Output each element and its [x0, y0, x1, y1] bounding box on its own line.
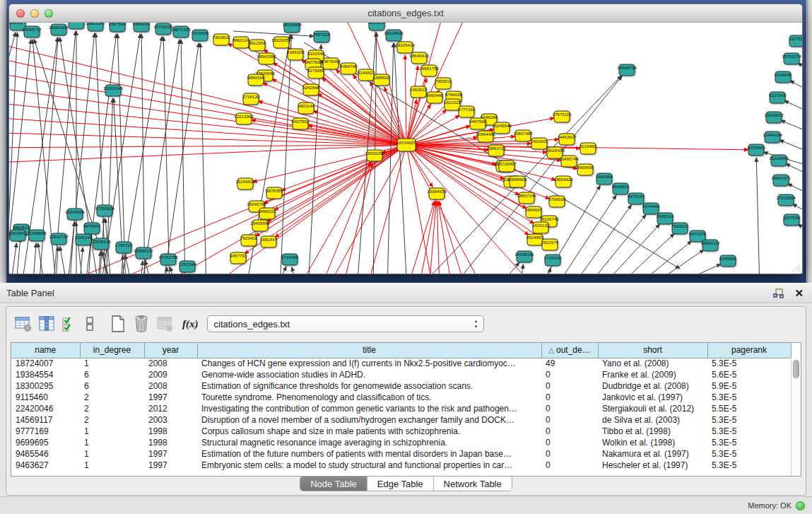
graph-node-17016504[interactable]: 17016504 [776, 194, 796, 206]
graph-node-8912954[interactable]: 8912954 [249, 40, 266, 51]
graph-node-15166822[interactable]: 15166822 [235, 178, 255, 189]
graph-node-1733426[interactable]: 1733426 [544, 255, 562, 266]
graph-node-18724007[interactable]: 18724007 [396, 139, 416, 151]
graph-node-13654923[interactable]: 13654923 [553, 176, 573, 187]
graph-node-16325419[interactable]: 16325419 [395, 42, 415, 53]
column-header-out_de[interactable]: △out_de… [541, 343, 598, 358]
graph-node-12213962[interactable]: 12213962 [234, 113, 254, 124]
graph-node-14055717[interactable]: 14055717 [22, 26, 42, 37]
graph-node-15409948[interactable]: 15409948 [250, 220, 270, 231]
graph-node-20206556[interactable]: 20206556 [65, 209, 85, 220]
graph-node-10653287[interactable]: 10653287 [86, 23, 105, 31]
network-canvas[interactable]: 1872400776638229660124891295418226058165… [9, 23, 802, 274]
graph-node-16961758[interactable]: 16961758 [419, 65, 439, 76]
graph-node-16033809[interactable]: 16033809 [282, 23, 302, 33]
graph-node-18226058[interactable]: 18226058 [271, 37, 291, 48]
graph-node-1362615[interactable]: 1362615 [410, 86, 428, 98]
window-resize-grip[interactable] [791, 262, 801, 272]
row-checks-icon[interactable] [60, 314, 80, 334]
graph-node-8215953[interactable]: 8215953 [748, 144, 765, 156]
column-header-in_degree[interactable]: in_degree [80, 343, 144, 358]
graph-node-8454749[interactable]: 8454749 [340, 63, 358, 74]
table-row[interactable]: 1938455462009Genome-wide association stu… [11, 369, 791, 380]
graph-node-7625402[interactable]: 7625402 [240, 235, 258, 246]
graph-node-18640910[interactable]: 18640910 [409, 52, 429, 64]
graph-node-10958107[interactable]: 10958107 [134, 247, 153, 259]
graph-node-9245652[interactable]: 9245652 [719, 255, 737, 267]
table-row[interactable]: 1456911722003Disruption of a novel membe… [11, 414, 791, 426]
new-column-icon[interactable] [108, 314, 128, 334]
column-header-title[interactable]: title [197, 343, 541, 358]
table-row[interactable]: 946362711997Embryonic stem cells: a mode… [11, 460, 791, 471]
graph-node-2293719[interactable]: 2293719 [68, 23, 86, 29]
graph-node-8186328[interactable]: 8186328 [287, 49, 305, 60]
graph-node-6679197[interactable]: 6679197 [628, 193, 645, 204]
graph-node-14671355[interactable]: 14671355 [171, 26, 191, 37]
graph-node-5716485[interactable]: 5716485 [281, 254, 299, 265]
graph-node-8427552[interactable]: 8427552 [292, 118, 310, 129]
table-row[interactable]: 1830029562008Estimation of significance … [11, 380, 791, 392]
graph-node-9242848[interactable]: 9242848 [302, 84, 320, 95]
graph-node-16648794[interactable]: 16648794 [617, 64, 637, 76]
cell-pair-icon[interactable] [83, 314, 98, 334]
graph-node-16543382[interactable]: 16543382 [257, 53, 276, 64]
graph-node-1545194[interactable]: 1545194 [75, 234, 93, 245]
graph-node-15751074[interactable]: 15751074 [782, 53, 801, 64]
graph-node-9756928[interactable]: 9756928 [548, 196, 566, 207]
graph-node-12505135[interactable]: 12505135 [91, 238, 111, 250]
graph-node-9699695[interactable]: 9699695 [577, 164, 594, 175]
graph-node-1117534[interactable]: 1117534 [789, 35, 802, 47]
graph-node-16210643[interactable]: 16210643 [769, 155, 789, 166]
table-scrollbar-thumb[interactable] [793, 360, 799, 378]
table-settings-icon[interactable] [13, 314, 33, 334]
graph-node-17359924[interactable]: 17359924 [95, 205, 114, 216]
close-panel-icon[interactable]: ✕ [794, 288, 804, 298]
graph-node-20364486[interactable]: 20364486 [476, 131, 495, 142]
table-row[interactable]: 946554611997Estimation of the future num… [11, 448, 791, 460]
table-scrollbar[interactable] [791, 358, 801, 476]
graph-node-5878355[interactable]: 5878355 [266, 187, 283, 199]
graph-node-18807249[interactable]: 18807249 [517, 192, 536, 204]
graph-node-3915941[interactable]: 3915941 [9, 230, 27, 241]
graph-node-1588520[interactable]: 1588520 [373, 74, 391, 86]
column-header-pagerank[interactable]: pagerank [707, 343, 791, 358]
graph-node-12942737[interactable]: 12942737 [49, 233, 69, 245]
graph-node-9497568[interactable]: 9497568 [469, 118, 487, 129]
graph-node-15720407[interactable]: 15720407 [497, 160, 517, 172]
float-window-icon[interactable] [773, 288, 784, 298]
graph-node-15992971[interactable]: 15992971 [771, 175, 791, 186]
graph-node-1795722[interactable]: 1795722 [115, 242, 133, 253]
window-titlebar[interactable]: citations_edges.txt [9, 4, 802, 23]
graph-node-1691447[interactable]: 1691447 [260, 236, 278, 247]
column-header-short[interactable]: short [598, 343, 707, 358]
graph-node-8813054[interactable]: 8813054 [368, 23, 386, 30]
graph-node-7955812[interactable]: 7955812 [435, 78, 452, 89]
graph-node-1292344[interactable]: 1292344 [179, 261, 196, 272]
graph-node-1167534[interactable]: 1167534 [783, 214, 800, 226]
graph-node-9457791[interactable]: 9457791 [230, 252, 247, 264]
tab-edge-table[interactable]: Edge Table [367, 477, 434, 491]
function-builder-icon[interactable]: f(x) [182, 318, 199, 330]
graph-node-16782759[interactable]: 16782759 [158, 254, 178, 265]
graph-node-9777169[interactable]: 9777169 [458, 106, 476, 117]
table-row[interactable]: 911546021997Tourette syndrome. Phenomeno… [11, 392, 791, 403]
graph-node-19384554[interactable]: 19384554 [427, 188, 447, 199]
graph-node-9227343[interactable]: 9227343 [769, 92, 787, 103]
graph-node-3175685[interactable]: 3175685 [307, 67, 325, 78]
graph-node-7857224[interactable]: 7857224 [313, 31, 331, 42]
graph-node-10719195[interactable]: 10719195 [153, 23, 173, 35]
graph-node-2803144[interactable]: 2803144 [298, 103, 315, 114]
graph-node-9990448[interactable]: 9990448 [426, 92, 444, 103]
table-source-select[interactable]: citations_edges.txt ▲▼ [207, 315, 484, 332]
graph-node-20053346[interactable]: 20053346 [103, 85, 123, 96]
graph-node-10654112[interactable]: 10654112 [700, 240, 720, 251]
graph-node-2935114[interactable]: 2935114 [657, 213, 673, 224]
graph-node-12093872[interactable]: 12093872 [764, 112, 784, 123]
delete-table-icon[interactable] [155, 314, 175, 334]
tab-node-table[interactable]: Node Table [300, 477, 367, 491]
table-row[interactable]: 977716911998Corpus callosum shape and si… [11, 426, 791, 437]
graph-node-18300295[interactable]: 18300295 [365, 150, 384, 161]
graph-node-7615526[interactable]: 7615526 [192, 30, 209, 41]
graph-node-2718120[interactable]: 2718120 [242, 93, 260, 105]
table-row[interactable]: 969969511998Structural magnetic resonanc… [11, 437, 791, 448]
